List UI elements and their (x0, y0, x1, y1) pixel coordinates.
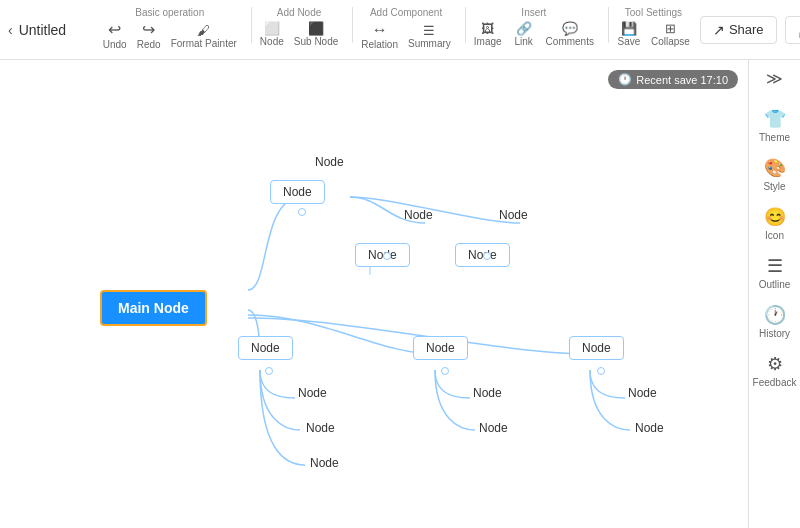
toolbar-group-toolsettings: Tool Settings 💾Save ⊞Collapse (613, 7, 694, 49)
divider-1 (251, 7, 252, 43)
main-node[interactable]: Main Node (100, 290, 207, 326)
node-button[interactable]: ⬜Node (256, 20, 288, 49)
toolbar-groups: Basic operation ↩Undo ↪Redo 🖌Format Pain… (99, 7, 700, 52)
leaf-label-br-1: Node (628, 386, 657, 400)
feedback-label: Feedback (753, 377, 797, 388)
right-sidebar: ≫ 👕 Theme 🎨 Style 😊 Icon ☰ Outline 🕐 His… (748, 60, 800, 528)
export-button[interactable]: 📤 Export (785, 16, 800, 44)
toolbar-group-items-insert: 🖼Image 🔗Link 💬Comments (470, 20, 598, 49)
leaf-label-bc-2: Node (479, 421, 508, 435)
leaf-label-upper-mid-1: Node (404, 208, 433, 222)
toolbar-group-items-toolsettings: 💾Save ⊞Collapse (613, 20, 694, 49)
connector-dot-5 (441, 367, 449, 375)
style-icon: 🎨 (764, 157, 786, 179)
history-icon: 🕐 (764, 304, 786, 326)
share-button[interactable]: ↗ Share (700, 16, 777, 44)
sidebar-item-outline[interactable]: ☰ Outline (749, 249, 800, 296)
header-right: ↗ Share 📤 Export (700, 16, 800, 44)
sidebar-item-history[interactable]: 🕐 History (749, 298, 800, 345)
leaf-label-bl-1: Node (298, 386, 327, 400)
relation-button[interactable]: ↔Relation (357, 20, 402, 52)
leaf-label-bl-2: Node (306, 421, 335, 435)
connector-dot-6 (597, 367, 605, 375)
image-button[interactable]: 🖼Image (470, 20, 506, 49)
redo-button[interactable]: ↪Redo (133, 20, 165, 52)
icon-icon: 😊 (764, 206, 786, 228)
toolbar-group-addnode: Add Node ⬜Node ⬛Sub Node (256, 7, 342, 49)
icon-label: Icon (765, 230, 784, 241)
connector-dot-4 (265, 367, 273, 375)
sidebar-item-theme[interactable]: 👕 Theme (749, 102, 800, 149)
toolbar-group-items-basic: ↩Undo ↪Redo 🖌Format Painter (99, 20, 241, 52)
toolbar-group-items-addnode: ⬜Node ⬛Sub Node (256, 20, 342, 49)
history-label: History (759, 328, 790, 339)
canvas[interactable]: 🕐 Recent save 17:10 (0, 60, 748, 528)
main-area: 🕐 Recent save 17:10 (0, 60, 800, 528)
sidebar-collapse-button[interactable]: ≫ (761, 64, 789, 92)
connector-dot-1 (298, 208, 306, 216)
link-button[interactable]: 🔗Link (508, 20, 540, 49)
save-button[interactable]: 💾Save (613, 20, 645, 49)
summary-button[interactable]: ☰Summary (404, 22, 455, 51)
outline-icon: ☰ (767, 255, 783, 277)
collapse-button[interactable]: ⊞Collapse (647, 20, 694, 49)
child-node-mid-right[interactable]: Node (569, 336, 624, 360)
child-node-mid-center[interactable]: Node (413, 336, 468, 360)
toolbar-group-addcomponent: Add Component ↔Relation ☰Summary (357, 7, 455, 52)
connector-dot-2 (383, 252, 391, 260)
style-label: Style (763, 181, 785, 192)
child-node-upper-left[interactable]: Node (270, 180, 325, 204)
divider-3 (465, 7, 466, 43)
connector-dot-3 (483, 252, 491, 260)
toolbar-group-label-toolsettings: Tool Settings (625, 7, 682, 18)
leaf-label-upper-mid-2: Node (499, 208, 528, 222)
leaf-label-br-2: Node (635, 421, 664, 435)
share-label: Share (729, 22, 764, 37)
outline-label: Outline (759, 279, 791, 290)
share-icon: ↗ (713, 22, 725, 38)
leaf-label-top: Node (315, 155, 344, 169)
toolbar-group-items-addcomponent: ↔Relation ☰Summary (357, 20, 455, 52)
theme-label: Theme (759, 132, 790, 143)
toolbar-group-label-insert: Insert (521, 7, 546, 18)
child-node-mid-left[interactable]: Node (238, 336, 293, 360)
toolbar-group-insert: Insert 🖼Image 🔗Link 💬Comments (470, 7, 598, 49)
leaf-label-bl-3: Node (310, 456, 339, 470)
divider-2 (352, 7, 353, 43)
comments-button[interactable]: 💬Comments (542, 20, 598, 49)
feedback-icon: ⚙ (767, 353, 783, 375)
doc-title: Untitled (19, 22, 79, 38)
toolbar-group-label-addcomponent: Add Component (370, 7, 442, 18)
divider-4 (608, 7, 609, 43)
theme-icon: 👕 (764, 108, 786, 130)
toolbar-group-label-basic: Basic operation (135, 7, 204, 18)
format-painter-button[interactable]: 🖌Format Painter (167, 22, 241, 51)
sidebar-item-feedback[interactable]: ⚙ Feedback (749, 347, 800, 394)
sidebar-item-style[interactable]: 🎨 Style (749, 151, 800, 198)
toolbar-group-basic: Basic operation ↩Undo ↪Redo 🖌Format Pain… (99, 7, 241, 52)
back-button[interactable]: ‹ (8, 18, 13, 42)
toolbar-group-label-addnode: Add Node (277, 7, 321, 18)
header: ‹ Untitled Basic operation ↩Undo ↪Redo 🖌… (0, 0, 800, 60)
undo-button[interactable]: ↩Undo (99, 20, 131, 52)
sidebar-item-icon[interactable]: 😊 Icon (749, 200, 800, 247)
leaf-label-bc-1: Node (473, 386, 502, 400)
sub-node-button[interactable]: ⬛Sub Node (290, 20, 342, 49)
